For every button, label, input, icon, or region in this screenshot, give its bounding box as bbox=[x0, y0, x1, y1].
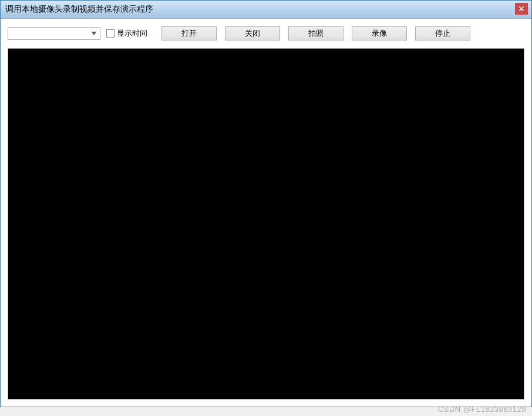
video-preview bbox=[8, 48, 524, 400]
content-area: 显示时间 打开 关闭 拍照 录像 停止 bbox=[1, 19, 531, 407]
capture-button[interactable]: 拍照 bbox=[288, 26, 344, 40]
app-window: 调用本地摄像头录制视频并保存演示程序 显示时间 打开 bbox=[0, 0, 532, 407]
stop-button-label: 停止 bbox=[435, 28, 450, 39]
record-button[interactable]: 录像 bbox=[352, 26, 407, 40]
titlebar[interactable]: 调用本地摄像头录制视频并保存演示程序 bbox=[1, 1, 531, 19]
close-icon bbox=[519, 6, 524, 11]
close-button-label: 关闭 bbox=[245, 28, 260, 39]
watermark: CSDN @FL1623863129 bbox=[438, 405, 526, 414]
show-time-checkbox[interactable] bbox=[106, 29, 115, 38]
record-button-label: 录像 bbox=[372, 28, 387, 39]
open-button-label: 打开 bbox=[181, 28, 197, 39]
close-window-button[interactable] bbox=[515, 3, 528, 15]
toolbar: 显示时间 打开 关闭 拍照 录像 停止 bbox=[8, 26, 524, 41]
chevron-down-icon bbox=[89, 29, 99, 38]
show-time-label: 显示时间 bbox=[117, 28, 147, 39]
stop-button[interactable]: 停止 bbox=[415, 26, 470, 40]
show-time-checkbox-wrap[interactable]: 显示时间 bbox=[106, 28, 147, 39]
camera-select[interactable] bbox=[8, 27, 100, 40]
open-button[interactable]: 打开 bbox=[161, 26, 217, 40]
close-button[interactable]: 关闭 bbox=[225, 26, 280, 40]
window-title: 调用本地摄像头录制视频并保存演示程序 bbox=[5, 4, 153, 15]
capture-button-label: 拍照 bbox=[308, 28, 324, 39]
